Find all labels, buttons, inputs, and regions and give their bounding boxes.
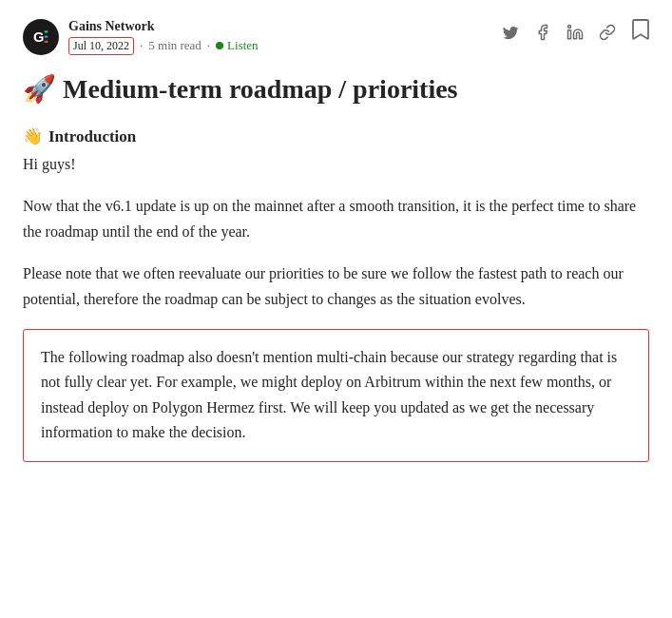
section-emoji: 👋 bbox=[23, 126, 43, 146]
meta-row: Jul 10, 2022 · 5 min read · Listen bbox=[68, 37, 259, 55]
svg-rect-3 bbox=[45, 36, 48, 38]
highlight-box: The following roadmap also doesn't menti… bbox=[23, 329, 649, 462]
paragraph-1: Hi guys! bbox=[23, 152, 649, 177]
separator-dot: · bbox=[140, 38, 143, 53]
svg-point-6 bbox=[568, 25, 571, 28]
bookmark-icon[interactable] bbox=[632, 19, 649, 45]
svg-text:G: G bbox=[33, 29, 44, 45]
article-title: 🚀 Medium-term roadmap / priorities bbox=[23, 72, 649, 106]
listen-label: Listen bbox=[227, 38, 259, 53]
author-name[interactable]: Gains Network bbox=[68, 19, 259, 35]
listen-dot bbox=[216, 42, 223, 49]
title-text: Medium-term roadmap / priorities bbox=[63, 74, 458, 104]
separator-dot2: · bbox=[207, 38, 210, 53]
linkedin-icon[interactable] bbox=[566, 23, 585, 42]
listen-button[interactable]: Listen bbox=[216, 38, 259, 53]
header-row: G Gains Network Jul 10, 2022 · 5 min rea… bbox=[23, 19, 649, 55]
avatar[interactable]: G bbox=[23, 19, 59, 55]
section-heading: 👋 Introduction bbox=[23, 126, 649, 146]
author-section: G Gains Network Jul 10, 2022 · 5 min rea… bbox=[23, 19, 259, 55]
section-heading-text: Introduction bbox=[48, 127, 136, 146]
paragraph-2: Now that the v6.1 update is up on the ma… bbox=[23, 194, 649, 244]
highlight-text: The following roadmap also doesn't menti… bbox=[41, 345, 631, 446]
facebook-icon[interactable] bbox=[533, 23, 552, 42]
title-emoji: 🚀 bbox=[23, 74, 56, 104]
actions-row bbox=[501, 19, 649, 45]
read-time: 5 min read bbox=[148, 38, 202, 53]
svg-rect-5 bbox=[568, 29, 571, 38]
twitter-icon[interactable] bbox=[501, 23, 520, 42]
social-icons bbox=[501, 23, 617, 42]
link-icon[interactable] bbox=[598, 23, 617, 42]
svg-rect-4 bbox=[45, 41, 48, 43]
paragraph-3: Please note that we often reevaluate our… bbox=[23, 261, 649, 312]
page-wrapper: G Gains Network Jul 10, 2022 · 5 min rea… bbox=[0, 0, 672, 491]
svg-rect-2 bbox=[45, 30, 48, 32]
date-badge[interactable]: Jul 10, 2022 bbox=[68, 37, 134, 55]
author-info: Gains Network Jul 10, 2022 · 5 min read … bbox=[68, 19, 259, 55]
